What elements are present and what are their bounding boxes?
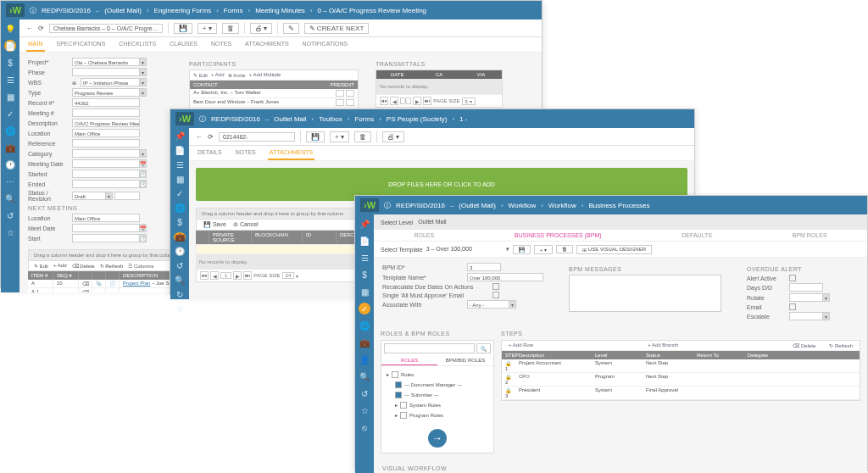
- briefcase-icon[interactable]: 💼: [359, 337, 370, 348]
- pin-icon[interactable]: 📌: [174, 131, 186, 141]
- grid-refresh[interactable]: ↻ Refresh: [100, 263, 124, 269]
- wbs-field[interactable]: IP – Initiation Phase: [81, 78, 140, 86]
- bookmark-icon[interactable]: ☆: [4, 226, 16, 238]
- save-link[interactable]: 💾 Save: [203, 221, 226, 228]
- refresh-icon[interactable]: ⟳: [38, 25, 44, 32]
- level-select[interactable]: Outlet Mall: [418, 217, 494, 227]
- tab-main[interactable]: MAIN: [26, 37, 45, 52]
- refresh-steps-button[interactable]: ↻ Refresh: [822, 341, 860, 350]
- add-button[interactable]: + ▾: [198, 23, 217, 34]
- tab-roles[interactable]: ROLES: [414, 232, 434, 238]
- lightbulb-icon[interactable]: 💡: [4, 23, 16, 35]
- briefcase-icon[interactable]: 💼: [174, 232, 186, 242]
- dots-icon[interactable]: ⋯: [4, 175, 16, 187]
- associate-field[interactable]: - Any -: [467, 300, 509, 309]
- list-icon[interactable]: ☰: [174, 160, 186, 170]
- history-icon[interactable]: ↺: [359, 387, 370, 399]
- tab-notes[interactable]: NOTES: [209, 37, 233, 52]
- bookmark-icon[interactable]: ☆: [359, 404, 370, 416]
- check-icon[interactable]: ✓: [359, 303, 370, 314]
- phase-field[interactable]: [72, 68, 140, 76]
- project-field[interactable]: Ola – Chelsea Barracks: [72, 58, 140, 66]
- clock-icon[interactable]: 🕐: [174, 247, 186, 256]
- participants-invite[interactable]: ⊕ Invite: [228, 72, 246, 78]
- delete-button[interactable]: 🗑: [556, 245, 573, 253]
- grid-columns[interactable]: ☰ Columns: [128, 263, 153, 269]
- list-icon[interactable]: ☰: [359, 252, 370, 264]
- reference-field[interactable]: [72, 139, 140, 147]
- step-row[interactable]: 🔒 3PresidentSystemFinal Approval: [502, 387, 860, 400]
- tab-bpm-roles[interactable]: BPM ROLES: [793, 232, 827, 238]
- participant-row[interactable]: A+ Electric, Inc. – Tom Walker: [190, 89, 358, 98]
- pager-last[interactable]: ⏭: [423, 97, 431, 105]
- bpm-id-field[interactable]: 3: [467, 263, 501, 271]
- roles-tab[interactable]: ROLES: [381, 356, 437, 365]
- globe-icon[interactable]: 🌐: [174, 203, 186, 213]
- create-next-button[interactable]: ✎ CREATE NEXT: [304, 23, 369, 34]
- next-date-field[interactable]: [72, 224, 140, 232]
- next-start-field[interactable]: [72, 234, 140, 242]
- template-select[interactable]: 3 – Over 100,000: [426, 244, 503, 254]
- back-icon[interactable]: ←: [196, 133, 203, 141]
- pager-prev[interactable]: ◀: [390, 97, 398, 105]
- print-button[interactable]: 🖨 ▾: [382, 131, 404, 142]
- tab-attachments[interactable]: ATTACHMENTS: [243, 37, 290, 52]
- transfer-arrow-button[interactable]: →: [428, 429, 447, 448]
- pager-first[interactable]: ⏮: [380, 97, 388, 105]
- recalc-checkbox[interactable]: [492, 283, 499, 290]
- grid-add[interactable]: + Add: [53, 263, 67, 269]
- tab-details[interactable]: DETAILS: [196, 146, 224, 160]
- check-icon[interactable]: ✓: [4, 108, 16, 120]
- single-email-checkbox[interactable]: [492, 292, 499, 298]
- bpm-messages-box[interactable]: [569, 275, 721, 312]
- pencil-button[interactable]: ✎: [283, 23, 299, 34]
- search-button[interactable]: 🔍: [476, 343, 491, 353]
- visual-designer-button[interactable]: ⊞ USE VISUAL DESIGNER: [576, 245, 652, 254]
- add-button[interactable]: + ▾: [330, 131, 349, 142]
- tab-attachments[interactable]: ATTACHMENTS: [268, 146, 314, 160]
- participants-add-multiple[interactable]: + Add Multiple: [249, 72, 281, 78]
- logout-icon[interactable]: ⎋: [359, 421, 370, 433]
- tab-notes[interactable]: NOTES: [234, 146, 258, 160]
- location-field[interactable]: Main Office: [72, 129, 140, 137]
- record-code-field[interactable]: 0214482-: [219, 132, 295, 142]
- cancel-link[interactable]: ⊘ Cancel: [233, 221, 259, 228]
- participants-add[interactable]: + Add: [211, 72, 225, 78]
- add-row-button[interactable]: + Add Row: [502, 341, 540, 350]
- dollar-icon[interactable]: $: [359, 269, 370, 281]
- roles-search-input[interactable]: [384, 343, 475, 353]
- next-loc-field[interactable]: Main Office: [72, 214, 140, 222]
- clock-icon[interactable]: 🕐: [4, 159, 16, 170]
- pin-icon[interactable]: 📌: [359, 218, 370, 230]
- dollar-icon[interactable]: $: [174, 218, 186, 227]
- user-icon[interactable]: 👤: [359, 353, 370, 365]
- search-icon[interactable]: 🔍: [4, 192, 16, 204]
- delete-button[interactable]: 🗑: [222, 23, 239, 34]
- save-button[interactable]: 💾: [174, 23, 192, 34]
- tab-clauses[interactable]: CLAUSES: [168, 37, 199, 52]
- history-icon[interactable]: ↺: [4, 209, 16, 221]
- grid-icon[interactable]: ▦: [359, 286, 370, 298]
- briefcase-icon[interactable]: 💼: [4, 142, 16, 153]
- add-button[interactable]: + ▾: [534, 245, 553, 254]
- step-row[interactable]: 🔒 1Project AccountantSystemNext Step: [502, 359, 860, 373]
- refresh-icon[interactable]: ⟳: [208, 133, 214, 141]
- bpm-bid-roles-tab[interactable]: BPM/BID ROLES: [437, 356, 493, 365]
- status-field[interactable]: Draft: [72, 192, 106, 200]
- search-icon[interactable]: 🔍: [359, 370, 370, 382]
- grid-icon[interactable]: ▦: [4, 91, 16, 103]
- save-button[interactable]: 💾: [306, 131, 325, 142]
- template-name-field[interactable]: Over 100,000: [467, 273, 543, 281]
- record-field[interactable]: 44262: [72, 98, 140, 107]
- tab-specifications[interactable]: SPECIFICATIONS: [55, 37, 108, 52]
- bookmark-icon[interactable]: ☆: [174, 304, 186, 314]
- meeting-date-field[interactable]: [72, 159, 140, 168]
- record-dropdown[interactable]: Chelsea Barracks – 0 – O/A/C Progre…: [49, 24, 163, 33]
- check-icon[interactable]: ✓: [174, 189, 186, 198]
- meeting-no-field[interactable]: [72, 109, 140, 117]
- pager-next[interactable]: ▶: [413, 97, 421, 105]
- refresh-icon[interactable]: ↻: [174, 290, 186, 299]
- file-icon[interactable]: 📄: [359, 235, 370, 247]
- grid-edit[interactable]: ✎ Edit: [34, 263, 48, 269]
- delete-button[interactable]: 🗑: [354, 131, 371, 142]
